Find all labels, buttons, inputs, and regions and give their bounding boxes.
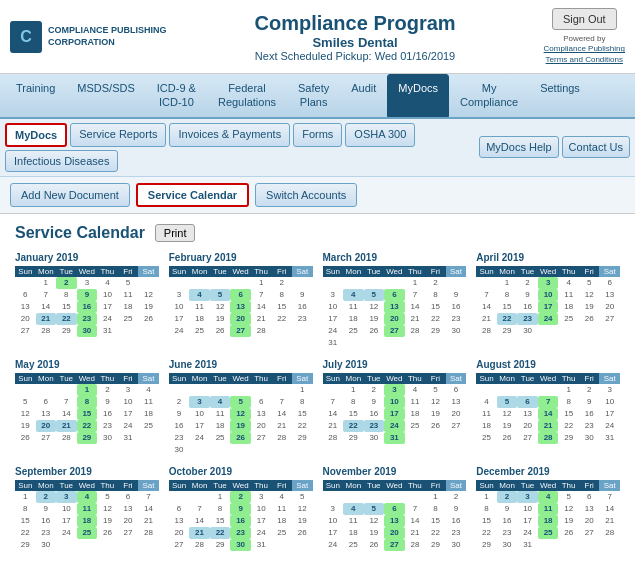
cal-day: 7 <box>138 491 159 503</box>
cal-day: 26 <box>97 527 118 539</box>
cal-day: 25 <box>77 527 98 539</box>
cal-day <box>251 444 272 456</box>
nav-tab-icd[interactable]: ICD-9 &ICD-10 <box>146 74 207 117</box>
nav-tab-federal[interactable]: FederalRegulations <box>207 74 287 117</box>
cal-day <box>599 539 620 551</box>
sub-nav-osha[interactable]: OSHA 300 <box>345 123 415 147</box>
month-title-0: January 2019 <box>15 252 159 263</box>
sub-nav-left: MyDocs Service Reports Invoices & Paymen… <box>5 123 476 172</box>
cal-day: 24 <box>599 420 620 432</box>
cal-day: 23 <box>446 313 467 325</box>
cal-day: 14 <box>405 301 426 313</box>
cal-day <box>77 539 98 551</box>
cal-day: 21 <box>476 313 497 325</box>
cal-day: 9 <box>230 503 251 515</box>
nav-tab-safety[interactable]: SafetyPlans <box>287 74 340 117</box>
cal-day: 19 <box>210 313 231 325</box>
cal-day: 26 <box>138 313 159 325</box>
cal-day: 7 <box>476 289 497 301</box>
sub-nav-service-reports[interactable]: Service Reports <box>70 123 166 147</box>
cal-day: 20 <box>36 420 57 432</box>
cal-day: 3 <box>323 289 344 301</box>
cal-day: 12 <box>364 515 385 527</box>
nav-tab-audit[interactable]: Audit <box>340 74 387 117</box>
cal-day: 24 <box>251 527 272 539</box>
cal-day: 20 <box>446 408 467 420</box>
cal-day: 9 <box>364 396 385 408</box>
cal-day: 9 <box>97 396 118 408</box>
add-new-document-button[interactable]: Add New Document <box>10 183 130 207</box>
nav-tab-msds[interactable]: MSDS/SDS <box>66 74 145 117</box>
month-title-11: December 2019 <box>476 466 620 477</box>
cal-day: 15 <box>210 515 231 527</box>
header-right: Sign Out Powered by Compliance Publishin… <box>544 8 625 65</box>
cal-day: 26 <box>497 432 518 444</box>
cal-day: 16 <box>36 515 57 527</box>
cal-day <box>405 432 426 444</box>
cal-day: 26 <box>364 325 385 337</box>
cal-day: 25 <box>343 325 364 337</box>
cal-day <box>323 277 344 289</box>
cal-day: 11 <box>77 503 98 515</box>
main-nav: Training MSDS/SDS ICD-9 &ICD-10 FederalR… <box>0 74 635 119</box>
cal-day: 2 <box>169 396 190 408</box>
print-button[interactable]: Print <box>155 224 196 242</box>
terms-link[interactable]: Terms and Conditions <box>546 55 623 64</box>
cal-day: 26 <box>425 420 446 432</box>
month-title-7: August 2019 <box>476 359 620 370</box>
app-title: Compliance Program <box>254 12 455 35</box>
cal-day: 17 <box>384 408 405 420</box>
cal-day: 30 <box>364 432 385 444</box>
service-calendar-button[interactable]: Service Calendar <box>136 183 249 207</box>
cal-day <box>97 539 118 551</box>
nav-tab-training[interactable]: Training <box>5 74 66 117</box>
cal-day: 13 <box>230 301 251 313</box>
cal-day: 4 <box>271 491 292 503</box>
cal-day: 1 <box>251 277 272 289</box>
cal-day: 7 <box>251 289 272 301</box>
org-name: Smiles Dental <box>254 35 455 50</box>
month-block-9: October 2019SunMonTueWedThuFriSat1234567… <box>169 466 313 551</box>
cal-day: 11 <box>210 408 231 420</box>
switch-accounts-button[interactable]: Switch Accounts <box>255 183 357 207</box>
cal-day: 10 <box>97 289 118 301</box>
cal-day: 18 <box>271 515 292 527</box>
cal-day: 8 <box>558 396 579 408</box>
cal-day: 11 <box>118 289 139 301</box>
nav-tab-settings[interactable]: Settings <box>529 74 591 117</box>
cal-table-7: SunMonTueWedThuFriSat1234567891011121314… <box>476 373 620 444</box>
sign-out-button[interactable]: Sign Out <box>552 8 617 30</box>
cal-day <box>405 491 426 503</box>
sub-nav-forms[interactable]: Forms <box>293 123 342 147</box>
cal-day: 29 <box>56 325 77 337</box>
cal-day: 31 <box>517 539 538 551</box>
sub-nav-mydocs[interactable]: MyDocs <box>5 123 67 147</box>
cal-day: 10 <box>169 301 190 313</box>
cal-day: 21 <box>138 515 159 527</box>
cal-day: 26 <box>210 325 231 337</box>
cal-day: 23 <box>446 527 467 539</box>
sub-nav-invoices[interactable]: Invoices & Payments <box>169 123 290 147</box>
cal-day: 7 <box>36 289 57 301</box>
nav-tab-mycompliance[interactable]: MyCompliance <box>449 74 529 117</box>
sub-nav-infectious[interactable]: Infectious Diseases <box>5 150 118 172</box>
powered-by-link[interactable]: Compliance Publishing <box>544 44 625 53</box>
mydocs-help-link[interactable]: MyDocs Help <box>479 136 558 158</box>
cal-day: 12 <box>230 408 251 420</box>
cal-day: 20 <box>118 515 139 527</box>
cal-day: 28 <box>56 432 77 444</box>
cal-day: 17 <box>517 515 538 527</box>
cal-day: 20 <box>599 301 620 313</box>
month-title-6: July 2019 <box>323 359 467 370</box>
cal-day: 12 <box>364 301 385 313</box>
nav-tab-mydocs[interactable]: MyDocs <box>387 74 449 117</box>
cal-day: 1 <box>15 491 36 503</box>
cal-day: 29 <box>425 325 446 337</box>
cal-day: 27 <box>384 539 405 551</box>
cal-day: 20 <box>169 527 190 539</box>
cal-day <box>210 384 231 396</box>
cal-day: 21 <box>323 420 344 432</box>
contact-us-link[interactable]: Contact Us <box>562 136 630 158</box>
cal-day: 6 <box>230 289 251 301</box>
cal-day <box>538 539 559 551</box>
